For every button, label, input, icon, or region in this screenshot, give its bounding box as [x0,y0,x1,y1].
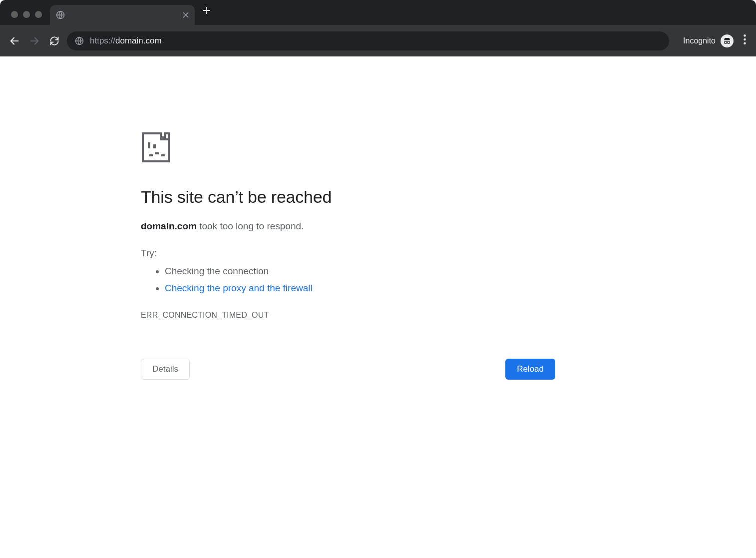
try-label: Try: [141,248,555,259]
svg-rect-10 [155,152,159,154]
close-window-button[interactable] [11,11,18,18]
close-tab-button[interactable] [183,11,189,19]
maximize-window-button[interactable] [35,11,42,18]
back-button[interactable] [7,33,22,48]
svg-point-5 [744,38,746,40]
error-host: domain.com [141,221,197,231]
incognito-label: Incognito [683,36,716,45]
error-subtitle: domain.com took too long to respond. [141,221,555,232]
suggestion-item: Checking the connection [165,263,555,280]
action-button-row: Details Reload [141,359,555,380]
new-tab-button[interactable] [195,4,219,20]
proxy-firewall-link[interactable]: Checking the proxy and the firewall [165,283,313,293]
browser-tab[interactable] [50,5,195,25]
reload-button[interactable]: Reload [505,359,555,380]
site-info-icon[interactable] [75,36,84,45]
incognito-icon [721,34,734,47]
svg-point-3 [728,41,730,43]
url-host: domain.com [115,36,162,45]
svg-point-2 [725,41,727,43]
browser-toolbar: https://domain.com Incognito [0,25,756,56]
details-button[interactable]: Details [141,359,190,380]
url-text: https://domain.com [90,36,162,46]
suggestion-item: Checking the proxy and the firewall [165,280,555,297]
forward-button[interactable] [27,33,42,48]
error-subtitle-suffix: took too long to respond. [197,221,304,231]
address-bar[interactable]: https://domain.com [67,31,669,50]
tab-strip [0,0,756,25]
error-interstitial: This site can’t be reached domain.com to… [141,131,555,380]
error-code: ERR_CONNECTION_TIMED_OUT [141,311,555,320]
browser-chrome: https://domain.com Incognito [0,0,756,56]
svg-rect-8 [153,144,156,148]
suggestion-list: Checking the connection Checking the pro… [141,263,555,297]
globe-icon [56,10,65,19]
svg-rect-7 [148,142,150,148]
page-content: This site can’t be reached domain.com to… [0,56,756,380]
error-title: This site can’t be reached [141,187,555,207]
url-protocol: https:// [90,36,115,45]
reload-nav-button[interactable] [47,33,62,48]
minimize-window-button[interactable] [23,11,30,18]
svg-point-4 [744,34,746,36]
svg-rect-9 [149,154,153,156]
suggestion-text: Checking the connection [165,266,269,276]
svg-rect-11 [161,154,165,156]
incognito-indicator[interactable]: Incognito [674,34,734,47]
browser-menu-button[interactable] [739,34,749,47]
sad-page-icon [141,131,555,165]
window-traffic-lights [6,11,47,25]
svg-point-6 [744,42,746,44]
